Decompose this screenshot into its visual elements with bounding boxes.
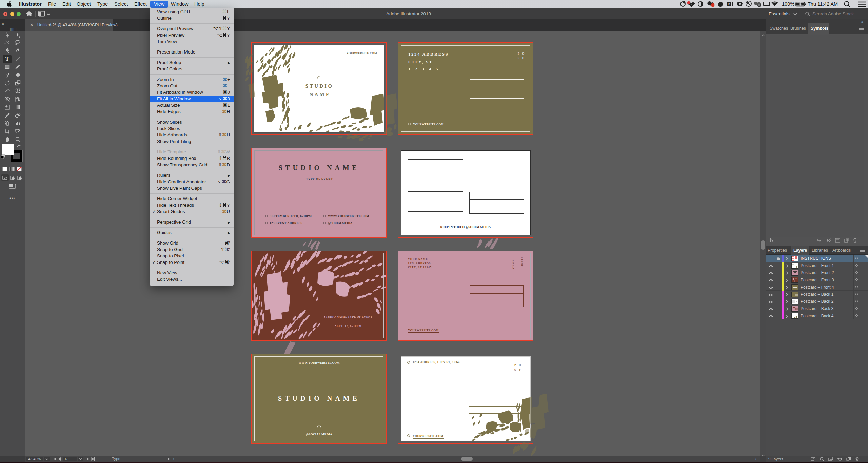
svg-text:B: B bbox=[728, 2, 730, 6]
svg-text:T: T bbox=[5, 56, 9, 62]
